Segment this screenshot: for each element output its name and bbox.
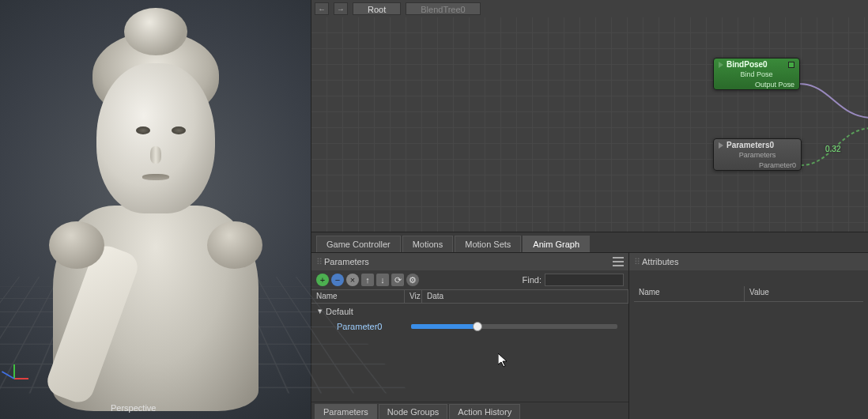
viewport-label: Perspective bbox=[111, 403, 156, 413]
tab-motions[interactable]: Motions bbox=[402, 236, 454, 252]
node-title: BindPose0 bbox=[726, 60, 768, 69]
grip-icon: ⠿ bbox=[634, 257, 639, 266]
grip-icon: ⠿ bbox=[316, 257, 321, 266]
anim-graph-canvas[interactable]: ← → Root BlendTree0 0.32 BindPose0 Bind … bbox=[311, 0, 868, 232]
node-title: Parameters0 bbox=[726, 141, 774, 149]
panel-title: Attributes bbox=[642, 257, 678, 266]
toolbar: + − × ↑ ↓ ⟳ ⚙ Find: bbox=[311, 270, 628, 289]
move-down-button[interactable]: ↓ bbox=[376, 274, 389, 286]
tab-node-groups[interactable]: Node Groups bbox=[379, 404, 447, 419]
gear-icon[interactable]: ⚙ bbox=[406, 274, 419, 286]
tab-anim-graph[interactable]: Anim Graph bbox=[523, 236, 590, 252]
param-group-default[interactable]: ▾Default bbox=[311, 304, 628, 319]
collapse-icon bbox=[719, 62, 723, 68]
slider-fill bbox=[411, 324, 477, 329]
panel-title: Parameters bbox=[324, 257, 369, 266]
bottom-tabs: Parameters Node Groups Action History bbox=[311, 402, 628, 419]
param-slider[interactable] bbox=[411, 324, 617, 329]
tab-motion-sets[interactable]: Motion Sets bbox=[455, 236, 521, 252]
collapse-icon bbox=[719, 142, 723, 149]
node-status-icon bbox=[788, 62, 794, 68]
breadcrumb: ← → Root BlendTree0 bbox=[315, 2, 481, 16]
wire-value-label: 0.32 bbox=[824, 145, 842, 153]
node-parameters[interactable]: Parameters0 Parameters Parameter0 bbox=[713, 138, 802, 171]
remove-button[interactable]: − bbox=[331, 274, 344, 286]
col-data[interactable]: Data bbox=[422, 290, 628, 303]
menu-icon[interactable] bbox=[613, 257, 624, 266]
port-output-pose[interactable]: Output Pose bbox=[755, 81, 794, 89]
move-up-button[interactable]: ↑ bbox=[361, 274, 374, 286]
port-parameter0[interactable]: Parameter0 bbox=[759, 161, 796, 169]
3d-viewport[interactable]: Perspective bbox=[0, 0, 311, 419]
refresh-button[interactable]: ⟳ bbox=[391, 274, 404, 286]
tab-parameters[interactable]: Parameters bbox=[315, 404, 377, 419]
graph-grid bbox=[311, 17, 868, 232]
breadcrumb-root[interactable]: Root bbox=[353, 2, 401, 15]
param-row-parameter0: Parameter0 bbox=[311, 319, 628, 334]
attr-col-value[interactable]: Value bbox=[745, 286, 774, 301]
breadcrumb-node[interactable]: BlendTree0 bbox=[406, 2, 480, 15]
node-bindpose[interactable]: BindPose0 Bind Pose Output Pose bbox=[713, 58, 800, 90]
attributes-panel: ⠿Attributes Name Value bbox=[629, 253, 868, 419]
tab-game-controller[interactable]: Game Controller bbox=[316, 236, 401, 252]
find-label: Find: bbox=[523, 275, 542, 285]
tab-action-history[interactable]: Action History bbox=[449, 404, 520, 419]
nav-back-button[interactable]: ← bbox=[315, 2, 329, 15]
node-subtitle: Bind Pose bbox=[714, 70, 799, 80]
col-viz[interactable]: Viz bbox=[405, 290, 422, 303]
attr-col-name[interactable]: Name bbox=[634, 286, 745, 301]
add-button[interactable]: + bbox=[316, 274, 329, 286]
nav-forward-button[interactable]: → bbox=[334, 2, 348, 15]
character-mesh bbox=[45, 8, 266, 403]
axis-gizmo bbox=[14, 356, 38, 379]
column-headers: Name Viz Data bbox=[311, 289, 628, 304]
clear-button[interactable]: × bbox=[346, 274, 359, 286]
find-input[interactable] bbox=[545, 274, 624, 286]
main-tabs: Game Controller Motions Motion Sets Anim… bbox=[311, 232, 868, 253]
node-subtitle: Parameters bbox=[714, 151, 801, 160]
slider-thumb[interactable] bbox=[473, 322, 482, 331]
